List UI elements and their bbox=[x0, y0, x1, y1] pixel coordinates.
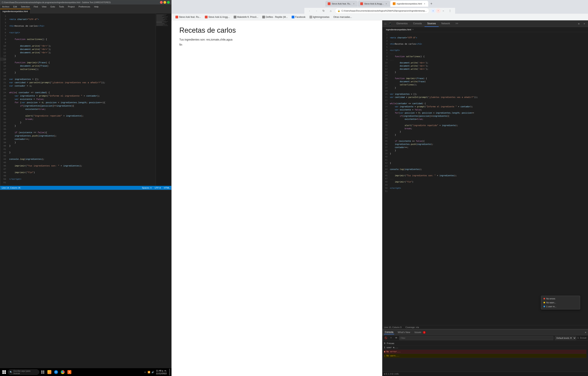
minimize-button[interactable] bbox=[163, 1, 166, 4]
maximize-button[interactable] bbox=[167, 1, 170, 4]
bookmark-4[interactable]: Deftles · Reptile (M... bbox=[261, 15, 289, 19]
taskbar-search-label: Escribe aquí para buscar bbox=[13, 370, 37, 375]
home-button[interactable]: ⌂ bbox=[328, 8, 333, 13]
device-icon[interactable]: 📱 bbox=[388, 21, 392, 26]
inspect-icon[interactable]: ⬚ bbox=[383, 21, 387, 26]
chrome-active-tab-label: ingredientesrepetidos.html bbox=[397, 2, 422, 5]
console-tab-issues[interactable]: Issues 1 bbox=[414, 331, 427, 334]
chrome-tab-active[interactable]: ingredientesrepetidos.html × bbox=[390, 1, 428, 7]
devtools-tab-network[interactable]: Network bbox=[439, 20, 453, 27]
menu-selection[interactable]: Selection bbox=[20, 5, 31, 8]
console-entry-1: 9 fresas bbox=[384, 342, 587, 346]
devtools-file-tab-active[interactable]: ingredientesrepetidos.html × bbox=[384, 27, 416, 32]
back-button[interactable]: ‹ bbox=[307, 8, 312, 13]
popup-item-3[interactable]: 1 user m... bbox=[541, 304, 580, 308]
console-entry-warning-text: No warn... bbox=[386, 354, 399, 358]
taskbar-explorer[interactable] bbox=[46, 369, 53, 375]
menu-find[interactable]: Find bbox=[33, 5, 39, 8]
menu-help[interactable]: Help bbox=[93, 5, 99, 8]
ext-icon-1[interactable]: ★ bbox=[431, 8, 436, 13]
menu-archivo[interactable]: Archivo bbox=[1, 5, 10, 8]
bookmark-label-2: Steve Aoki & Angg... bbox=[208, 16, 230, 18]
url-text: C:/Users/Isaac/Documents/alura/oracle/lo… bbox=[342, 10, 427, 12]
console-error-icon: ● bbox=[384, 350, 385, 354]
popup-item-2[interactable]: No warn... bbox=[541, 301, 580, 304]
forward-button[interactable]: › bbox=[314, 8, 319, 13]
new-tab-button[interactable]: + bbox=[429, 1, 434, 7]
console-tab-console[interactable]: Consola bbox=[384, 330, 394, 334]
taskbar-sublime[interactable]: S bbox=[66, 369, 73, 375]
sublime-title: C:/Users/Isaac/Documents/alura/oracle/lo… bbox=[2, 1, 111, 3]
bookmarks-bar: Steve Aoki feat. Ru... Steve Aoki & Angg… bbox=[171, 14, 588, 20]
console-tab-console-label: Consola bbox=[385, 331, 393, 334]
menu-preferences[interactable]: Preferences bbox=[78, 5, 91, 8]
tray-network-icon[interactable]: 📶 bbox=[147, 371, 150, 374]
devtools-settings-icon[interactable]: ⚙ bbox=[577, 21, 581, 26]
menu-view[interactable]: View bbox=[41, 5, 47, 8]
show-desktop-btn[interactable] bbox=[169, 369, 170, 376]
address-bar[interactable]: 🔒 C:/Users/Isaac/Documents/alura/oracle/… bbox=[335, 8, 429, 14]
svg-rect-7 bbox=[43, 372, 44, 374]
bookmark-2[interactable]: Steve Aoki & Angg... bbox=[203, 15, 231, 19]
popup-dot-blue bbox=[544, 306, 545, 307]
start-button[interactable] bbox=[1, 369, 7, 376]
devtools-tab-console[interactable]: Consola bbox=[410, 20, 425, 27]
bookmark-label-others: Otras marcadas... bbox=[333, 16, 352, 18]
devtools-console-close[interactable]: × bbox=[585, 331, 587, 334]
bookmark-facebook[interactable]: Facebook bbox=[290, 15, 307, 19]
taskbar-clock[interactable]: 11:48 p. m. 11/12/2022 bbox=[156, 369, 167, 375]
taskbar-edge[interactable]: e bbox=[53, 369, 59, 375]
sublime-code-area[interactable]: <meta charset="UTF-8"> <h1>Recetas de ca… bbox=[8, 13, 156, 186]
menu-project[interactable]: Project bbox=[67, 5, 75, 8]
taskbar-chrome[interactable] bbox=[60, 369, 66, 375]
console-top-btn[interactable]: ⊤ bbox=[389, 336, 393, 340]
tray-volume-icon[interactable]: 🔊 bbox=[151, 371, 154, 374]
chrome-tab-inactive-2[interactable]: Steve Aoki & Angg... × bbox=[358, 1, 390, 7]
tab-close-2[interactable]: × bbox=[385, 2, 388, 5]
devtools-tab-elements[interactable]: Elementos bbox=[394, 20, 410, 27]
active-tab-close[interactable]: × bbox=[423, 2, 426, 5]
bookmark-others[interactable]: Otras marcadas... bbox=[332, 15, 353, 19]
bookmark-favicon-3 bbox=[234, 16, 236, 18]
ext-icon-2[interactable]: ⚡ bbox=[436, 8, 441, 13]
taskbar-search-bar[interactable]: 🔍 Escribe aquí para buscar bbox=[8, 369, 39, 375]
bookmark-3[interactable]: Maketefe ft. Priscil... bbox=[232, 15, 260, 19]
sublime-active-tab[interactable]: ingredientesrepetidos.html bbox=[0, 9, 30, 13]
devtools-tab-sources-label: Sources bbox=[427, 22, 436, 25]
webpage-panel: Recetas de carlos Tus ingredientes son: … bbox=[171, 20, 382, 376]
bookmark-1[interactable]: Steve Aoki feat. Ru... bbox=[174, 15, 203, 19]
line-numbers: 12345 678910 111213 14 1516171819 202122… bbox=[0, 13, 8, 186]
devtools-statusbar: Line 10, Column 9 Coverage: n/a bbox=[382, 325, 588, 329]
console-level-select[interactable]: Default levels ▼ bbox=[555, 336, 576, 340]
popup-label-2: No warn... bbox=[546, 301, 556, 304]
devtools-console-toolbar: 🚫 ⊤ 👁 Default levels ▼ 1 Issue bbox=[382, 335, 588, 341]
reload-button[interactable]: ↻ bbox=[321, 8, 326, 13]
statusbar-spaces: Spaces: 4 bbox=[142, 187, 151, 189]
console-clear-btn[interactable]: 🚫 bbox=[384, 336, 388, 340]
devtools-file-close[interactable]: × bbox=[412, 28, 414, 31]
console-counts: ● 0 ⚠ 0 ℹ 1 info bbox=[384, 373, 399, 375]
menu-edit[interactable]: Edit bbox=[12, 5, 18, 8]
chrome-menu-button[interactable]: ⋮ bbox=[447, 8, 453, 13]
tab-close-1[interactable]: × bbox=[353, 2, 355, 5]
close-button[interactable] bbox=[160, 1, 163, 4]
tray-expand[interactable]: ∧ bbox=[143, 371, 147, 374]
devtools-close-icon[interactable]: × bbox=[582, 21, 587, 26]
popup-item-1[interactable]: No errors bbox=[541, 297, 580, 301]
console-entry-warning: ⚠ No warn... bbox=[384, 354, 587, 358]
menu-tools[interactable]: Tools bbox=[58, 5, 65, 8]
console-filter-input[interactable] bbox=[399, 336, 554, 340]
menu-goto[interactable]: Goto bbox=[50, 5, 56, 8]
bookmark-label-3: Maketefe ft. Priscil... bbox=[237, 16, 258, 18]
console-eye-btn[interactable]: 👁 bbox=[394, 336, 398, 340]
console-entry-2-text: 1 user m... bbox=[384, 346, 398, 349]
sublime-editor-body: 12345 678910 111213 14 1516171819 202122… bbox=[0, 13, 171, 186]
taskbar-task-view[interactable] bbox=[40, 369, 46, 375]
devtools-tab-more[interactable]: >> bbox=[453, 20, 461, 27]
ext-icon-3[interactable]: ⋯ bbox=[441, 8, 446, 13]
bookmark-lightning[interactable]: lightningresetas bbox=[308, 15, 331, 19]
chrome-tab-inactive-1[interactable]: Steve Aoki feat. Ru... × bbox=[325, 1, 357, 7]
chrome-titlebar: Steve Aoki feat. Ru... × Steve Aoki & An… bbox=[171, 0, 588, 14]
console-tab-whatsnew[interactable]: What's New bbox=[397, 331, 411, 334]
devtools-tab-sources[interactable]: Sources bbox=[425, 20, 439, 27]
